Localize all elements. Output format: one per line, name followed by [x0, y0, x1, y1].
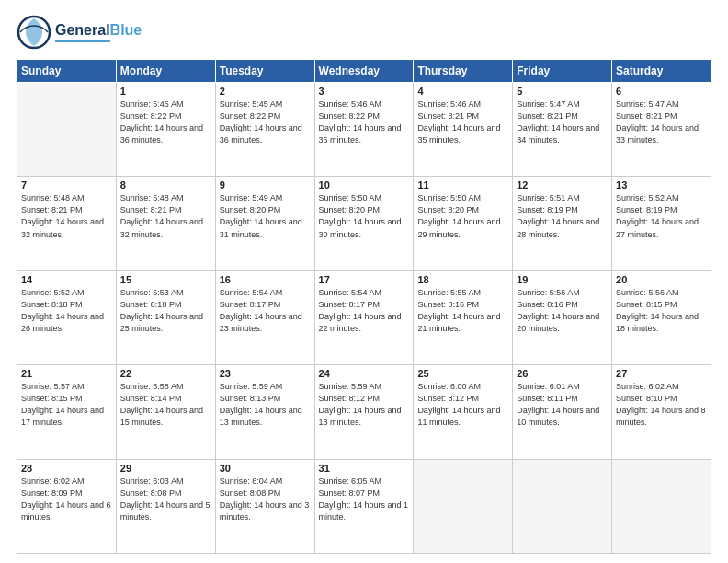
day-number: 3	[319, 86, 410, 97]
logo: GeneralBlue	[17, 15, 142, 50]
calendar-cell: 24Sunrise: 5:59 AM Sunset: 8:12 PM Dayli…	[314, 365, 414, 459]
calendar-cell: 7Sunrise: 5:48 AM Sunset: 8:21 PM Daylig…	[17, 177, 117, 270]
day-info: Sunrise: 6:03 AM Sunset: 8:08 PM Dayligh…	[120, 476, 211, 523]
calendar-week-row: 21Sunrise: 5:57 AM Sunset: 8:15 PM Dayli…	[17, 365, 711, 459]
day-info: Sunrise: 6:02 AM Sunset: 8:09 PM Dayligh…	[21, 476, 112, 523]
calendar-week-row: 28Sunrise: 6:02 AM Sunset: 8:09 PM Dayli…	[17, 459, 711, 553]
day-number: 14	[21, 274, 112, 285]
day-info: Sunrise: 5:45 AM Sunset: 8:22 PM Dayligh…	[120, 98, 211, 146]
day-header-wednesday: Wednesday	[314, 60, 414, 83]
calendar-table: SundayMondayTuesdayWednesdayThursdayFrid…	[17, 59, 711, 554]
calendar-cell: 23Sunrise: 5:59 AM Sunset: 8:13 PM Dayli…	[215, 365, 314, 459]
day-info: Sunrise: 5:54 AM Sunset: 8:17 PM Dayligh…	[220, 287, 311, 335]
calendar-cell: 31Sunrise: 6:05 AM Sunset: 8:07 PM Dayli…	[314, 459, 414, 553]
day-info: Sunrise: 5:50 AM Sunset: 8:20 PM Dayligh…	[319, 192, 410, 240]
day-info: Sunrise: 5:54 AM Sunset: 8:17 PM Dayligh…	[319, 287, 410, 335]
day-info: Sunrise: 5:57 AM Sunset: 8:15 PM Dayligh…	[21, 381, 112, 429]
day-info: Sunrise: 6:00 AM Sunset: 8:12 PM Dayligh…	[417, 381, 508, 429]
calendar-cell: 8Sunrise: 5:48 AM Sunset: 8:21 PM Daylig…	[116, 177, 215, 270]
day-info: Sunrise: 5:58 AM Sunset: 8:14 PM Dayligh…	[120, 381, 211, 429]
calendar-cell: 17Sunrise: 5:54 AM Sunset: 8:17 PM Dayli…	[314, 270, 414, 364]
day-info: Sunrise: 6:04 AM Sunset: 8:08 PM Dayligh…	[220, 476, 311, 523]
day-info: Sunrise: 5:53 AM Sunset: 8:18 PM Dayligh…	[120, 287, 211, 335]
day-info: Sunrise: 5:56 AM Sunset: 8:15 PM Dayligh…	[616, 287, 707, 335]
day-number: 17	[319, 274, 410, 285]
day-number: 27	[616, 368, 707, 379]
day-info: Sunrise: 5:51 AM Sunset: 8:19 PM Dayligh…	[517, 192, 608, 240]
calendar-cell: 15Sunrise: 5:53 AM Sunset: 8:18 PM Dayli…	[116, 270, 215, 364]
calendar-cell: 2Sunrise: 5:45 AM Sunset: 8:22 PM Daylig…	[215, 83, 314, 177]
calendar-cell: 1Sunrise: 5:45 AM Sunset: 8:22 PM Daylig…	[116, 83, 215, 177]
day-number: 1	[120, 86, 211, 97]
calendar-cell: 28Sunrise: 6:02 AM Sunset: 8:09 PM Dayli…	[17, 459, 117, 553]
day-number: 22	[120, 368, 211, 379]
day-number: 8	[120, 179, 211, 190]
day-header-thursday: Thursday	[414, 60, 513, 83]
day-info: Sunrise: 5:45 AM Sunset: 8:22 PM Dayligh…	[220, 98, 311, 146]
day-info: Sunrise: 5:59 AM Sunset: 8:12 PM Dayligh…	[319, 381, 410, 429]
day-info: Sunrise: 5:52 AM Sunset: 8:18 PM Dayligh…	[21, 287, 112, 335]
day-header-tuesday: Tuesday	[215, 60, 314, 83]
logo-underline	[55, 40, 110, 43]
calendar-cell: 20Sunrise: 5:56 AM Sunset: 8:15 PM Dayli…	[612, 270, 711, 364]
day-info: Sunrise: 5:47 AM Sunset: 8:21 PM Dayligh…	[517, 98, 608, 146]
calendar-cell: 3Sunrise: 5:46 AM Sunset: 8:22 PM Daylig…	[314, 83, 414, 177]
day-number: 26	[517, 368, 608, 379]
calendar-cell: 9Sunrise: 5:49 AM Sunset: 8:20 PM Daylig…	[215, 177, 314, 270]
calendar-cell: 22Sunrise: 5:58 AM Sunset: 8:14 PM Dayli…	[116, 365, 215, 459]
day-header-saturday: Saturday	[612, 60, 711, 83]
day-number: 19	[517, 274, 608, 285]
calendar-cell: 29Sunrise: 6:03 AM Sunset: 8:08 PM Dayli…	[116, 459, 215, 553]
day-info: Sunrise: 5:50 AM Sunset: 8:20 PM Dayligh…	[417, 192, 508, 240]
day-number: 28	[21, 463, 112, 474]
calendar-header-row: SundayMondayTuesdayWednesdayThursdayFrid…	[17, 60, 711, 83]
day-info: Sunrise: 5:56 AM Sunset: 8:16 PM Dayligh…	[517, 287, 608, 335]
day-info: Sunrise: 5:47 AM Sunset: 8:21 PM Dayligh…	[616, 98, 707, 146]
day-info: Sunrise: 6:01 AM Sunset: 8:11 PM Dayligh…	[517, 381, 608, 429]
calendar-cell: 18Sunrise: 5:55 AM Sunset: 8:16 PM Dayli…	[414, 270, 513, 364]
calendar-cell: 26Sunrise: 6:01 AM Sunset: 8:11 PM Dayli…	[513, 365, 612, 459]
calendar-cell: 12Sunrise: 5:51 AM Sunset: 8:19 PM Dayli…	[513, 177, 612, 270]
day-info: Sunrise: 5:48 AM Sunset: 8:21 PM Dayligh…	[120, 192, 211, 240]
day-number: 4	[417, 86, 508, 97]
day-header-monday: Monday	[116, 60, 215, 83]
day-info: Sunrise: 5:55 AM Sunset: 8:16 PM Dayligh…	[417, 287, 508, 335]
day-number: 11	[417, 179, 508, 190]
day-number: 21	[21, 368, 112, 379]
day-number: 23	[220, 368, 311, 379]
day-info: Sunrise: 6:02 AM Sunset: 8:10 PM Dayligh…	[616, 381, 707, 429]
day-header-sunday: Sunday	[17, 60, 117, 83]
day-number: 30	[220, 463, 311, 474]
day-info: Sunrise: 5:46 AM Sunset: 8:21 PM Dayligh…	[417, 98, 508, 146]
page: GeneralBlue SundayMondayTuesdayWednesday…	[0, 0, 728, 563]
day-number: 25	[417, 368, 508, 379]
day-number: 20	[616, 274, 707, 285]
day-number: 24	[319, 368, 410, 379]
day-number: 18	[417, 274, 508, 285]
calendar-cell: 10Sunrise: 5:50 AM Sunset: 8:20 PM Dayli…	[314, 177, 414, 270]
calendar-cell	[513, 459, 612, 553]
calendar-cell	[414, 459, 513, 553]
day-number: 6	[616, 86, 707, 97]
day-info: Sunrise: 5:52 AM Sunset: 8:19 PM Dayligh…	[616, 192, 707, 240]
calendar-cell: 5Sunrise: 5:47 AM Sunset: 8:21 PM Daylig…	[513, 83, 612, 177]
calendar-cell	[17, 83, 117, 177]
calendar-cell: 6Sunrise: 5:47 AM Sunset: 8:21 PM Daylig…	[612, 83, 711, 177]
day-info: Sunrise: 5:59 AM Sunset: 8:13 PM Dayligh…	[220, 381, 311, 429]
day-header-friday: Friday	[513, 60, 612, 83]
day-info: Sunrise: 5:49 AM Sunset: 8:20 PM Dayligh…	[220, 192, 311, 240]
calendar-cell: 13Sunrise: 5:52 AM Sunset: 8:19 PM Dayli…	[612, 177, 711, 270]
calendar-cell: 19Sunrise: 5:56 AM Sunset: 8:16 PM Dayli…	[513, 270, 612, 364]
calendar-cell: 25Sunrise: 6:00 AM Sunset: 8:12 PM Dayli…	[414, 365, 513, 459]
day-number: 12	[517, 179, 608, 190]
day-number: 5	[517, 86, 608, 97]
calendar-cell: 11Sunrise: 5:50 AM Sunset: 8:20 PM Dayli…	[414, 177, 513, 270]
day-number: 2	[220, 86, 311, 97]
calendar-cell: 21Sunrise: 5:57 AM Sunset: 8:15 PM Dayli…	[17, 365, 117, 459]
logo-text: GeneralBlue	[55, 22, 142, 39]
day-info: Sunrise: 5:48 AM Sunset: 8:21 PM Dayligh…	[21, 192, 112, 240]
calendar-cell: 30Sunrise: 6:04 AM Sunset: 8:08 PM Dayli…	[215, 459, 314, 553]
calendar-cell	[612, 459, 711, 553]
day-number: 10	[319, 179, 410, 190]
day-number: 13	[616, 179, 707, 190]
